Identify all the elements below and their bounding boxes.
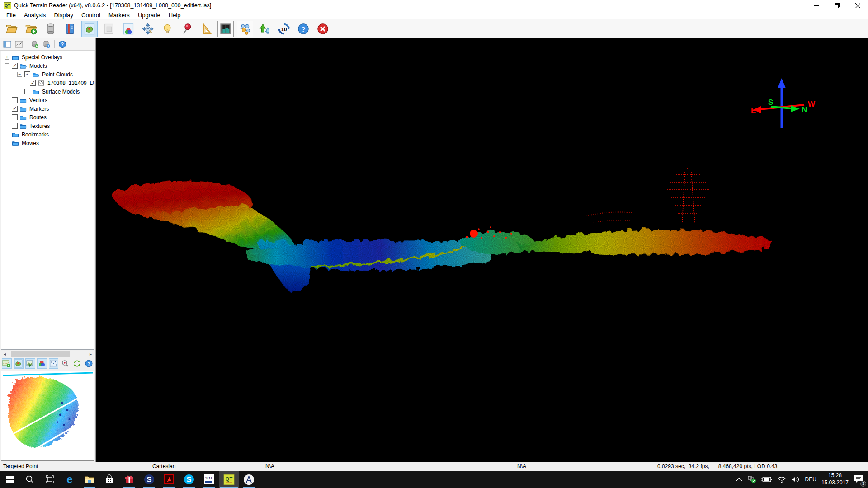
menu-display[interactable]: Display [50,12,77,19]
colors-button[interactable] [37,358,47,369]
minimize-button[interactable] [806,0,826,11]
bottom-help-button[interactable]: ? [84,358,94,369]
start-button[interactable] [0,471,20,488]
menu-file[interactable]: File [2,12,20,19]
menu-markers[interactable]: Markers [104,12,134,19]
close-button[interactable] [847,0,868,11]
point-display-button[interactable] [237,21,253,37]
layers-panel-button[interactable] [2,39,12,49]
add-map-icon [2,359,11,368]
store-button[interactable] [99,471,119,488]
point-select-button[interactable] [49,358,59,369]
overview-map[interactable] [1,371,94,461]
measure-button[interactable] [198,21,214,37]
add-map-button[interactable] [2,358,12,369]
notification-center-button[interactable]: 3 [854,474,863,485]
database-add-button[interactable] [30,39,40,49]
file-explorer-button[interactable] [80,471,99,488]
database-query-button[interactable]: ? [42,39,52,49]
collapse-icon[interactable]: − [17,72,22,77]
threedt-button[interactable]: 3DT [199,471,219,488]
checkbox-checked[interactable]: ✓ [24,71,30,77]
battery-icon[interactable] [761,476,772,483]
light-bulb-icon [161,23,174,35]
qt-reader-button[interactable]: QT Reader [219,471,239,488]
database-query-icon: ? [42,40,51,48]
zoom-extents-button[interactable] [140,21,156,37]
marker-pin-button[interactable] [179,21,195,37]
elevation-water-button[interactable] [256,21,273,37]
qt-reader-icon: QT Reader [223,474,235,485]
edge-button[interactable]: e [60,471,80,488]
terrain-image-button[interactable] [217,21,234,37]
s-app-button[interactable]: S [139,471,159,488]
database-cylinder-button[interactable] [42,21,59,37]
expand-icon[interactable]: + [5,55,9,60]
minimize-icon [814,3,819,8]
language-indicator[interactable]: DEU [805,476,816,483]
checkbox-checked[interactable]: ✓ [30,80,36,86]
triangle-ruler-icon [200,23,212,35]
tree-item-movies[interactable]: Movies [1,139,94,147]
search-button[interactable] [20,471,40,488]
tree-horizontal-scrollbar[interactable]: ◂ ▸ [1,350,94,357]
zoom-target-button[interactable] [60,358,70,369]
collapse-icon[interactable]: − [5,63,9,68]
checkbox-unchecked[interactable] [24,89,30,94]
compass-app-button[interactable] [239,471,259,488]
tree-item-las-file[interactable]: ✓ 170308_131409_L000_000_editiert.las [1,79,94,87]
clock-date: 15.03.2017 [821,479,849,487]
window-title: Quick Terrain Reader (x64), v8.0.6.2 - [… [14,2,211,9]
3d-viewport[interactable]: E S N W [96,38,868,462]
refresh-button[interactable] [72,358,82,369]
replay-10-button[interactable]: 10 [276,21,292,37]
add-file-button[interactable] [23,21,39,37]
checkbox-unchecked[interactable] [12,114,18,120]
sync-status-icon[interactable] [747,475,756,483]
checkbox-unchecked[interactable] [12,97,18,103]
stop-button[interactable] [315,21,331,37]
open-file-button[interactable] [4,21,20,37]
tree-item-markers[interactable]: ✓ Markers [1,104,94,113]
lighting-button[interactable] [159,21,175,37]
tree-item-bookmarks[interactable]: Bookmarks [1,130,94,139]
task-view-button[interactable] [40,471,60,488]
snapshot-button[interactable] [101,21,117,37]
gift-app-button[interactable] [119,471,139,488]
terrain-model-button[interactable] [81,21,98,37]
skype-button[interactable]: S [179,471,199,488]
tree-item-routes[interactable]: Routes [1,113,94,122]
restore-button[interactable] [826,0,847,11]
tree-item-point-clouds[interactable]: − ✓ Point Clouds [1,70,94,79]
menu-control[interactable]: Control [77,12,104,19]
notification-badge: 3 [860,481,866,487]
checkbox-unchecked[interactable] [12,123,18,129]
sidebar-help-button[interactable]: ? [57,39,67,49]
wifi-icon[interactable] [777,476,786,483]
tree-item-textures[interactable]: Textures [1,122,94,130]
tree-item-surface-models[interactable]: Surface Models [1,87,94,96]
point-select-icon [49,359,58,368]
menu-upgrade[interactable]: Upgrade [134,12,165,19]
tree-item-vectors[interactable]: Vectors [1,96,94,104]
profile-view-button[interactable] [14,39,24,49]
clock[interactable]: 15:28 15.03.2017 [821,472,849,486]
refresh-icon [73,359,81,368]
terrain-mini-button[interactable] [14,358,24,369]
help-button[interactable]: ? [295,21,311,37]
volume-icon[interactable] [791,476,800,483]
checkbox-checked[interactable]: ✓ [12,106,18,112]
tree-item-special-overlays[interactable]: + Special Overlays [1,53,94,61]
scroll-right-arrow[interactable]: ▸ [87,350,94,357]
scroll-left-arrow[interactable]: ◂ [1,350,9,357]
export-image-button[interactable] [25,358,35,369]
color-settings-button[interactable] [120,21,137,37]
menu-help[interactable]: Help [165,12,185,19]
acrobat-button[interactable] [159,471,179,488]
tree-item-models[interactable]: − ✓ Models [1,61,94,70]
tray-expand-icon[interactable] [736,477,742,482]
notebook-button[interactable] [62,21,78,37]
menu-analysis[interactable]: Analysis [20,12,50,19]
scrollbar-thumb[interactable] [11,351,70,357]
checkbox-checked[interactable]: ✓ [12,63,18,69]
